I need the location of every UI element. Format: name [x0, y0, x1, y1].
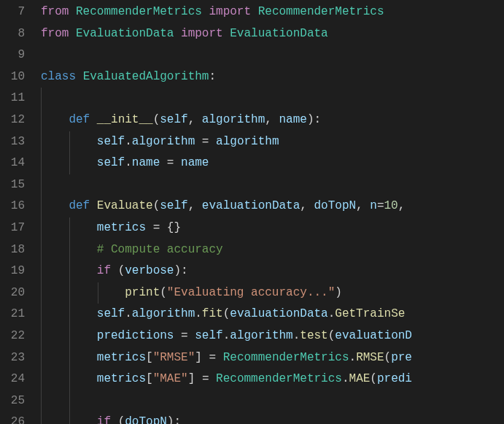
code-token: self — [160, 109, 187, 131]
code-line[interactable]: from RecommenderMetrics import Recommend… — [41, 1, 504, 23]
code-token: ): — [307, 109, 321, 131]
code-token — [160, 217, 167, 239]
indent-guide — [41, 390, 42, 412]
code-token — [209, 131, 216, 153]
line-number: 12 — [6, 109, 25, 131]
indent-guide — [41, 261, 42, 282]
code-line[interactable]: if (verbose): — [41, 261, 504, 282]
indent-guide — [41, 174, 42, 196]
code-token: . — [293, 325, 301, 347]
code-token: , — [188, 196, 202, 217]
indent-guide — [69, 347, 70, 369]
code-token: ] — [188, 369, 195, 390]
code-editor[interactable]: 7891011121314151617181920212223242526 fr… — [0, 0, 504, 424]
code-line[interactable]: def __init__(self, algorithm, name): — [41, 109, 504, 131]
line-number: 24 — [6, 369, 25, 390]
code-token: . — [342, 369, 349, 390]
code-line[interactable]: self.algorithm.fit(evaluationData.GetTra… — [41, 304, 504, 325]
code-token: . — [125, 304, 132, 325]
code-line[interactable]: class EvaluatedAlgorithm: — [41, 66, 504, 88]
code-token: ( — [160, 282, 167, 304]
indent-guide — [69, 131, 70, 153]
line-number: 22 — [6, 325, 25, 347]
code-token: RecommenderMetrics — [258, 1, 384, 23]
code-area[interactable]: from RecommenderMetrics import Recommend… — [36, 0, 504, 424]
code-token: ( — [153, 196, 160, 217]
indent-guide — [41, 109, 42, 131]
code-line[interactable]: print("Evaluating accuracy...") — [41, 282, 504, 304]
line-number: 9 — [6, 45, 25, 66]
code-token — [41, 109, 69, 131]
code-token: ): — [167, 412, 181, 424]
code-token — [90, 196, 97, 217]
code-token: , — [188, 109, 202, 131]
line-number: 13 — [6, 131, 25, 153]
code-token: = — [202, 369, 209, 390]
code-token — [90, 109, 97, 131]
code-token: metrics — [97, 217, 146, 239]
code-token: self — [97, 131, 125, 153]
code-token — [195, 131, 202, 153]
code-token: ( — [384, 347, 392, 369]
code-token — [174, 325, 181, 347]
code-line[interactable] — [41, 45, 504, 66]
code-token: self — [195, 325, 222, 347]
code-token: "RMSE" — [153, 347, 195, 369]
line-number: 23 — [6, 347, 25, 369]
code-token: def — [69, 196, 90, 217]
code-line[interactable]: def Evaluate(self, evaluationData, doTop… — [41, 196, 504, 217]
code-line[interactable]: self.algorithm = algorithm — [41, 131, 504, 153]
code-token: if — [97, 261, 111, 282]
code-token: import — [209, 1, 251, 23]
code-token: 10 — [384, 196, 398, 217]
code-line[interactable] — [41, 88, 504, 109]
indent-guide — [41, 88, 42, 109]
code-line[interactable]: from EvaluationData import EvaluationDat… — [41, 23, 504, 45]
code-token: "Evaluating accuracy..." — [167, 282, 335, 304]
code-line[interactable] — [41, 174, 504, 196]
line-number-gutter: 7891011121314151617181920212223242526 — [0, 0, 36, 424]
code-token — [41, 282, 125, 304]
code-line[interactable]: predictions = self.algorithm.test(evalua… — [41, 325, 504, 347]
line-number: 7 — [6, 1, 25, 23]
code-token: ( — [153, 109, 160, 131]
code-token: , — [356, 196, 370, 217]
line-number: 15 — [6, 174, 25, 196]
code-token — [146, 217, 153, 239]
code-token: n — [370, 196, 377, 217]
code-token: = — [167, 153, 174, 174]
code-token: = — [181, 325, 188, 347]
code-line[interactable]: metrics = {} — [41, 217, 504, 239]
code-token: algorithm — [132, 304, 195, 325]
code-line[interactable]: self.name = name — [41, 153, 504, 174]
line-number: 14 — [6, 153, 25, 174]
code-token: name — [279, 109, 306, 131]
code-token: [ — [146, 347, 153, 369]
indent-guide — [69, 325, 70, 347]
code-token: ( — [118, 412, 125, 424]
line-number: 18 — [6, 239, 25, 261]
code-token: RecommenderMetrics — [76, 1, 202, 23]
code-token: ( — [370, 369, 377, 390]
code-line[interactable]: metrics["RMSE"] = RecommenderMetrics.RMS… — [41, 347, 504, 369]
indent-guide — [41, 347, 42, 369]
code-token: . — [223, 325, 230, 347]
code-token: EvaluationData — [76, 23, 174, 45]
indent-guide — [41, 304, 42, 325]
code-token: . — [328, 304, 336, 325]
code-token — [160, 153, 167, 174]
code-line[interactable]: # Compute accuracy — [41, 239, 504, 261]
code-token: EvaluationData — [230, 23, 327, 45]
code-token: from — [41, 23, 69, 45]
code-line[interactable]: metrics["MAE"] = RecommenderMetrics.MAE(… — [41, 369, 504, 390]
code-token: ( — [223, 304, 230, 325]
code-token — [202, 347, 209, 369]
indent-guide — [41, 153, 42, 174]
code-token: doTopN — [125, 412, 167, 424]
code-token: fit — [202, 304, 223, 325]
code-line[interactable] — [41, 390, 504, 412]
code-token: ( — [328, 325, 336, 347]
code-token: , — [398, 196, 412, 217]
code-token: = — [209, 347, 216, 369]
code-line[interactable]: if (doTopN): — [41, 412, 504, 424]
